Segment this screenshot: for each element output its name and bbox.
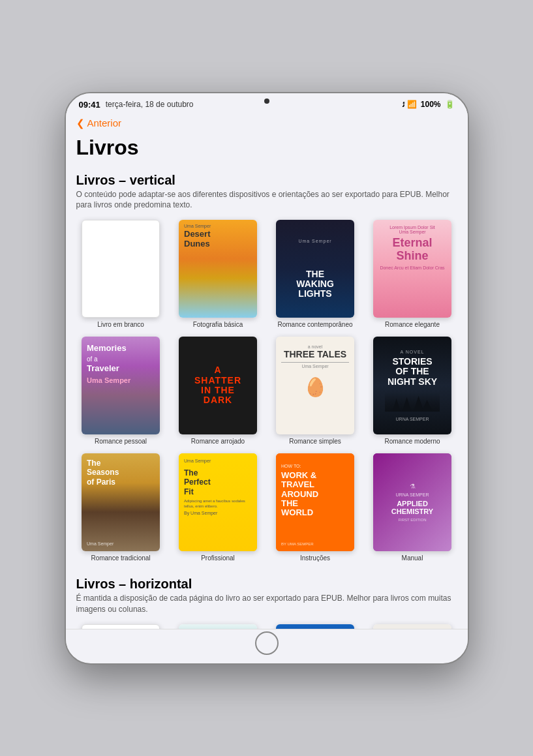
book-label-memories: Romance pessoal	[95, 437, 147, 446]
book-cover-wildlife[interactable]: Uma Semper ExploringWildlife	[276, 624, 354, 629]
battery-icon: 🔋	[445, 100, 455, 109]
book-label-eternal: Romance elegante	[385, 320, 440, 329]
book-label-shatter: Romance arrojado	[191, 437, 245, 446]
book-cover-three-tales[interactable]: a novel THREE TALES Uma Semper 🥚	[276, 337, 354, 434]
section-vertical-desc: O conteúdo pode adaptar-se aos diferente…	[66, 189, 468, 218]
manual-edition: FIRST EDITION	[398, 518, 426, 522]
trees-silhouette	[385, 392, 439, 412]
book-item-shatter[interactable]: ASHATTERIN THEDARK Romance arrojado	[174, 337, 263, 446]
camera	[264, 98, 269, 104]
book-item-perfect[interactable]: Uma Semper ThePerfectFit Adipiscing amet…	[174, 453, 263, 562]
back-label[interactable]: Anterior	[87, 117, 122, 129]
stories-title: STORIESOF THENIGHT SKY	[388, 357, 437, 387]
book-cover-perfect[interactable]: Uma Semper ThePerfectFit Adipiscing amet…	[179, 453, 257, 551]
book-label-desert: Fotografia básica	[193, 320, 243, 329]
chevron-left-icon: ❮	[76, 117, 85, 129]
memories-title: Memoriesof aTraveler	[87, 343, 155, 374]
horizontal-book-grid: Livro em branco Uma Semper OceanViews Hi…	[66, 622, 468, 629]
bottom-bar	[66, 629, 468, 658]
three-tales-author: Uma Semper	[301, 364, 328, 369]
home-button[interactable]	[255, 631, 279, 655]
book-label-three-tales: Romance simples	[289, 437, 341, 446]
book-item-ocean[interactable]: Uma Semper OceanViews Highlights fromMy …	[174, 624, 263, 629]
perfect-desc: Adipiscing amet a faucibus sodales tellu…	[184, 499, 252, 509]
nest-icon: 🥚	[304, 376, 327, 398]
book-item-blank-h[interactable]: Livro em branco	[76, 624, 166, 629]
nav-bar: ❮ Anterior	[66, 113, 468, 132]
book-item-bakeshop[interactable]: Bakeshop Training The Basics Livro de tr…	[368, 624, 457, 629]
book-cover-seasons[interactable]: TheSeasonsof Paris Uma Semper	[82, 453, 160, 551]
status-right: ﺋ 📶 100% 🔋	[403, 100, 454, 109]
book-cover-bakeshop[interactable]: Bakeshop Training The Basics	[373, 624, 451, 629]
seasons-author: Uma Semper	[87, 541, 155, 546]
book-item-waking[interactable]: Uma Semper THEWAKINGLIGHTS Romance conte…	[271, 220, 360, 329]
waking-title: THEWAKINGLIGHTS	[296, 269, 334, 299]
perfect-label: Uma Semper	[184, 459, 252, 463]
book-item-seasons[interactable]: TheSeasonsof Paris Uma Semper Romance tr…	[76, 453, 166, 562]
memories-author: Uma Semper	[87, 376, 155, 384]
manual-logo: ⚗	[410, 483, 416, 490]
svg-marker-0	[393, 399, 401, 412]
perfect-title: ThePerfectFit	[184, 468, 252, 496]
svg-marker-2	[414, 396, 424, 412]
manual-name: URNA SEMPER	[396, 492, 429, 497]
three-tales-title: THREE TALES	[281, 349, 349, 363]
book-cover-desert[interactable]: Uma Semper DesertDunes	[179, 220, 257, 318]
work-author: BY UMA SEMPER	[281, 542, 349, 546]
svg-marker-1	[403, 397, 412, 412]
vertical-book-grid: Livro em branco Uma Semper DesertDunes F…	[66, 217, 468, 570]
three-tales-label: a novel	[308, 344, 323, 349]
section-horizontal-title: Livros – horizontal	[66, 570, 468, 593]
eternal-subtitle: Donec Arcu et Etiam Dolor Cras	[374, 265, 449, 270]
book-cover-ocean[interactable]: Uma Semper OceanViews Highlights fromMy …	[179, 624, 257, 629]
book-cover-blank-h[interactable]	[82, 624, 160, 629]
book-cover-shatter[interactable]: ASHATTERIN THEDARK	[179, 337, 257, 434]
status-date: terça-feira, 18 de outubro	[106, 100, 194, 109]
battery-percent: 100%	[421, 100, 441, 109]
work-title: WORK &TRAVELAROUNDTHEWORLD	[281, 471, 349, 517]
section-horizontal-desc: É mantida a disposição de cada página do…	[66, 593, 468, 622]
book-cover-work[interactable]: HOW TO: WORK &TRAVELAROUNDTHEWORLD BY UM…	[276, 453, 354, 551]
book-label-waking: Romance contemporâneo	[277, 320, 352, 329]
book-item-manual[interactable]: ⚗ URNA SEMPER APPLIEDCHEMISTRY FIRST EDI…	[368, 453, 457, 562]
book-item-wildlife[interactable]: Uma Semper ExploringWildlife Manual crít…	[271, 624, 360, 629]
book-item-stories[interactable]: A NOVEL STORIESOF THENIGHT SKY URNA SEMP…	[368, 337, 457, 446]
ipad-device: 09:41 terça-feira, 18 de outubro ﺋ 📶 100…	[65, 92, 469, 665]
work-howto: HOW TO:	[281, 464, 349, 468]
svg-marker-3	[422, 400, 433, 412]
book-label-stories: Romance moderno	[384, 437, 440, 446]
book-item-blank[interactable]: Livro em branco	[76, 220, 166, 329]
book-item-eternal[interactable]: Lorem Ipsum Dolor SitUma Semper EternalS…	[368, 220, 457, 329]
book-item-memories[interactable]: Memoriesof aTraveler Uma Semper Romance …	[76, 337, 166, 446]
book-item-three-tales[interactable]: a novel THREE TALES Uma Semper 🥚 Romance…	[271, 337, 360, 446]
book-label-seasons: Romance tradicional	[91, 554, 150, 562]
seasons-title: TheSeasonsof Paris	[87, 459, 155, 487]
page-title: Livros	[66, 132, 468, 166]
book-cover-blank[interactable]	[82, 220, 160, 318]
shatter-title: ASHATTERIN THEDARK	[194, 365, 241, 406]
waking-label: Uma Semper	[298, 239, 331, 243]
stories-novel: A NOVEL	[401, 350, 425, 354]
book-label-perfect: Profissional	[201, 554, 235, 562]
stories-author: URNA SEMPER	[396, 417, 429, 421]
book-item-desert[interactable]: Uma Semper DesertDunes Fotografia básica	[174, 220, 263, 329]
perfect-author: By Uma Semper	[184, 511, 252, 515]
content-area[interactable]: ❮ Anterior Livros Livros – vertical O co…	[66, 113, 468, 629]
book-cover-memories[interactable]: Memoriesof aTraveler Uma Semper	[82, 337, 160, 434]
status-time: 09:41	[79, 100, 100, 110]
book-cover-manual[interactable]: ⚗ URNA SEMPER APPLIEDCHEMISTRY FIRST EDI…	[373, 453, 451, 551]
back-button[interactable]: ❮ Anterior	[76, 117, 457, 129]
book-cover-stories[interactable]: A NOVEL STORIESOF THENIGHT SKY URNA SEMP…	[373, 337, 451, 434]
book-item-work[interactable]: HOW TO: WORK &TRAVELAROUNDTHEWORLD BY UM…	[271, 453, 360, 562]
wifi-icon: ﺋ 📶	[403, 100, 416, 109]
book-cover-waking[interactable]: Uma Semper THEWAKINGLIGHTS	[276, 220, 354, 318]
book-label-work: Instruções	[300, 554, 330, 562]
book-cover-eternal[interactable]: Lorem Ipsum Dolor SitUma Semper EternalS…	[373, 220, 451, 318]
eternal-title: EternalShine	[392, 237, 432, 263]
section-vertical-title: Livros – vertical	[66, 166, 468, 189]
book-label-manual: Manual	[402, 554, 423, 562]
manual-title: APPLIEDCHEMISTRY	[391, 500, 433, 515]
eternal-author: Lorem Ipsum Dolor SitUma Semper	[389, 225, 435, 234]
book-label-blank: Livro em branco	[97, 320, 144, 329]
